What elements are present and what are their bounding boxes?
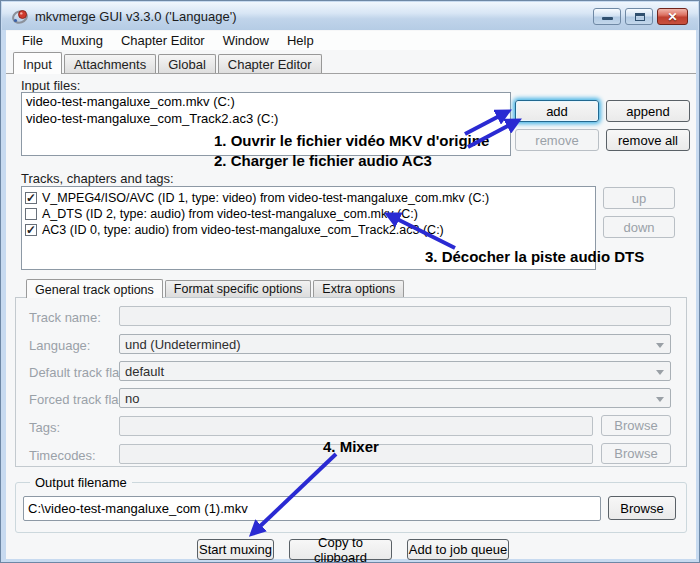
track-name-label: Track name: xyxy=(29,310,101,325)
dialog-body: File Muxing Chapter Editor Window Help I… xyxy=(6,30,696,559)
main-tabs: Input Attachments Global Chapter Editor xyxy=(13,51,324,73)
add-button[interactable]: add xyxy=(515,100,599,122)
timecodes-browse-button: Browse xyxy=(601,443,671,464)
forced-flag-label: Forced track flag: xyxy=(29,392,129,407)
default-flag-value: default xyxy=(125,364,164,379)
chevron-down-icon xyxy=(656,370,664,375)
app-icon xyxy=(12,8,29,25)
annotation-step4: 4. Mixer xyxy=(323,438,379,455)
up-button: up xyxy=(603,187,675,209)
track-text: AC3 (ID 0, type: audio) from video-test-… xyxy=(42,223,444,237)
maximize-button[interactable] xyxy=(625,8,653,25)
track-text: V_MPEG4/ISO/AVC (ID 1, type: video) from… xyxy=(42,191,489,205)
minimize-button[interactable] xyxy=(593,8,621,25)
checkbox-checked-icon[interactable] xyxy=(25,224,37,236)
subtab-format-specific[interactable]: Format specific options xyxy=(165,280,312,297)
tab-global[interactable]: Global xyxy=(158,54,216,73)
tab-divider xyxy=(6,73,696,74)
track-text: A_DTS (ID 2, type: audio) from video-tes… xyxy=(42,207,418,221)
tags-label: Tags: xyxy=(29,420,60,435)
menu-file[interactable]: File xyxy=(13,33,52,48)
menu-help[interactable]: Help xyxy=(278,33,323,48)
list-item[interactable]: video-test-mangaluxe_com_Track2.ac3 (C:) xyxy=(22,110,510,127)
default-flag-label: Default track flag: xyxy=(29,365,130,380)
annotation-step1: 1. Ouvrir le fichier vidéo MKV d'origine xyxy=(214,132,489,149)
chevron-down-icon xyxy=(656,343,664,348)
forced-flag-combo: no xyxy=(119,388,671,408)
copy-to-clipboard-button[interactable]: Copy to clipboard xyxy=(289,539,392,560)
add-to-job-queue-button[interactable]: Add to job queue xyxy=(407,539,509,560)
timecodes-label: Timecodes: xyxy=(29,448,96,463)
input-files-label: Input files: xyxy=(21,78,80,93)
remove-all-button[interactable]: remove all xyxy=(606,129,690,151)
annotation-step3: 3. Décocher la piste audio DTS xyxy=(425,248,644,265)
output-group-label: Output filename xyxy=(30,475,132,490)
maximize-icon xyxy=(635,13,645,21)
track-row-video[interactable]: V_MPEG4/ISO/AVC (ID 1, type: video) from… xyxy=(22,190,595,206)
list-item[interactable]: video-test-mangaluxe_com.mkv (C:) xyxy=(22,93,510,110)
default-flag-combo: default xyxy=(119,361,671,381)
menu-muxing[interactable]: Muxing xyxy=(52,33,112,48)
remove-button: remove xyxy=(515,129,599,151)
append-button[interactable]: append xyxy=(606,100,690,122)
forced-flag-value: no xyxy=(125,391,139,406)
track-options-tabs: General track options Format specific op… xyxy=(26,279,406,297)
output-browse-button[interactable]: Browse xyxy=(608,496,676,520)
app-window: mkvmerge GUI v3.3.0 ('Language') File Mu… xyxy=(0,0,700,563)
close-button[interactable] xyxy=(657,8,688,25)
tab-input[interactable]: Input xyxy=(13,52,62,74)
language-value: und (Undetermined) xyxy=(125,337,241,352)
window-controls xyxy=(593,8,688,25)
start-muxing-button[interactable]: Start muxing xyxy=(197,539,274,560)
language-label: Language: xyxy=(29,338,90,353)
checkbox-unchecked-icon[interactable] xyxy=(25,208,37,220)
down-button: down xyxy=(603,216,675,238)
minimize-icon xyxy=(602,17,613,20)
window-title: mkvmerge GUI v3.3.0 ('Language') xyxy=(35,9,237,24)
language-combo: und (Undetermined) xyxy=(119,334,671,354)
subtab-general[interactable]: General track options xyxy=(26,279,163,298)
chevron-down-icon xyxy=(656,397,664,402)
track-row-dts[interactable]: A_DTS (ID 2, type: audio) from video-tes… xyxy=(22,206,595,222)
output-filename-input[interactable]: C:\video-test-mangaluxe_com (1).mkv xyxy=(23,496,601,521)
tab-attachments[interactable]: Attachments xyxy=(64,54,156,73)
track-name-input xyxy=(119,306,671,326)
menu-window[interactable]: Window xyxy=(214,33,278,48)
tab-chapter-editor[interactable]: Chapter Editor xyxy=(218,54,322,73)
tags-input xyxy=(119,416,593,436)
checkbox-checked-icon[interactable] xyxy=(25,192,37,204)
menu-bar: File Muxing Chapter Editor Window Help xyxy=(6,31,696,50)
subtab-extra[interactable]: Extra options xyxy=(313,280,404,297)
track-row-ac3[interactable]: AC3 (ID 0, type: audio) from video-test-… xyxy=(22,222,595,238)
title-bar: mkvmerge GUI v3.3.0 ('Language') xyxy=(2,2,698,30)
tags-browse-button: Browse xyxy=(601,415,671,436)
annotation-step2: 2. Charger le fichier audio AC3 xyxy=(214,152,432,169)
tracks-label: Tracks, chapters and tags: xyxy=(21,171,174,186)
menu-chapter-editor[interactable]: Chapter Editor xyxy=(112,33,214,48)
